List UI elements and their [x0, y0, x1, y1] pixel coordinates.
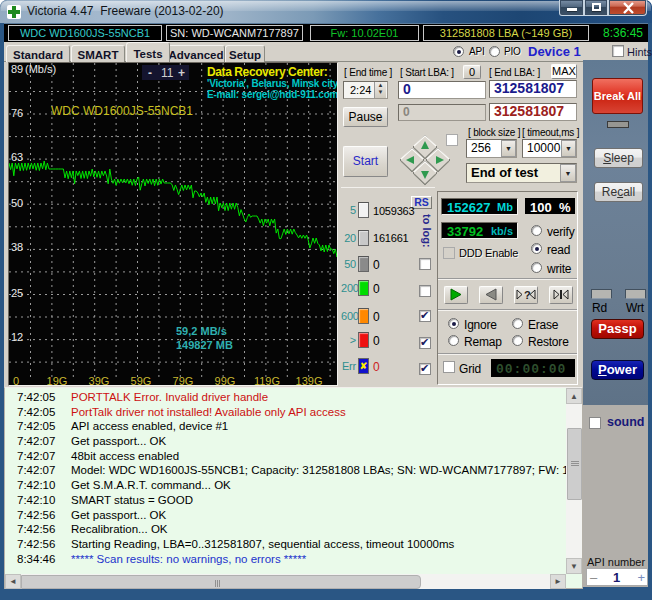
svg-text:(Mb/s): (Mb/s) — [25, 63, 56, 75]
svg-text:38: 38 — [11, 241, 23, 253]
svg-text:76: 76 — [11, 107, 23, 119]
svg-text:0: 0 — [13, 375, 19, 386]
svg-text:11: 11 — [161, 66, 174, 80]
svg-text:'Victoria', Belarus, Minsk cit: 'Victoria', Belarus, Minsk city — [207, 78, 338, 89]
svg-text:139G: 139G — [296, 375, 323, 386]
svg-text:99G: 99G — [215, 375, 236, 386]
svg-text:12: 12 — [11, 331, 23, 343]
svg-text:59G: 59G — [131, 375, 152, 386]
svg-text:50: 50 — [11, 197, 23, 209]
svg-text:Data Recovery Center:: Data Recovery Center: — [207, 65, 327, 79]
svg-text:63: 63 — [11, 151, 23, 163]
svg-text:+: + — [178, 66, 185, 80]
svg-text:25: 25 — [11, 287, 23, 299]
svg-text:19G: 19G — [47, 375, 68, 386]
svg-text:79G: 79G — [173, 375, 194, 386]
svg-text:WDC WD1600JS-55NCB1: WDC WD1600JS-55NCB1 — [51, 104, 193, 118]
svg-text:149827 MB: 149827 MB — [176, 339, 233, 351]
svg-text:59,2 MB/s: 59,2 MB/s — [176, 325, 227, 337]
svg-text:89: 89 — [11, 63, 23, 75]
svg-text:39G: 39G — [89, 375, 110, 386]
svg-text:119G: 119G — [254, 375, 280, 386]
svg-text:E-mail: sergei@hdd-911.com: E-mail: sergei@hdd-911.com — [207, 89, 338, 100]
svg-text:-: - — [148, 66, 152, 80]
